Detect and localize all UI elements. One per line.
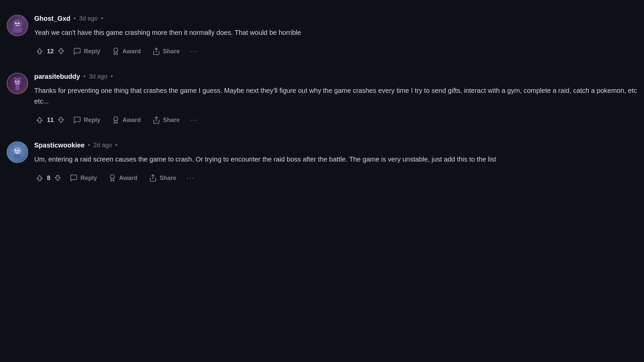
comment-actions: 12 Reply Award [34,45,637,58]
upvote-button[interactable] [34,46,45,57]
more-options-button[interactable]: ··· [186,114,201,126]
username: parasitebuddy [34,73,80,80]
svg-marker-10 [21,32,22,33]
share-button[interactable]: Share [148,113,184,127]
reply-button[interactable]: Reply [68,113,105,127]
upvote-icon [36,116,44,124]
reply-label: Reply [84,117,100,124]
comment-body: Spasticwookiee • 2d ago • Um, entering a… [34,141,637,185]
svg-point-18 [19,81,20,82]
svg-point-14 [14,78,21,86]
dot: • [115,142,117,149]
svg-point-17 [16,81,17,82]
share-icon [149,174,157,182]
svg-rect-19 [15,85,19,90]
comment-item: Ghost_Gxd • 3d ago • Yeah we can't have … [7,7,637,65]
award-button[interactable]: Award [107,113,146,127]
comment-body: parasitebuddy • 3d ago • Thanks for prev… [34,73,637,127]
upvote-icon [36,47,44,55]
share-button[interactable]: Share [148,45,184,58]
upvote-icon [36,174,44,182]
comment-header: Ghost_Gxd • 3d ago • [34,15,637,22]
username: Spasticwookiee [34,141,85,149]
upvote-button[interactable] [34,173,45,183]
award-icon [112,116,120,124]
award-icon [112,47,120,55]
separator: • [88,142,90,149]
downvote-icon [54,174,62,182]
comment-item: parasitebuddy • 3d ago • Thanks for prev… [7,65,637,133]
downvote-icon [57,47,65,55]
comment-text: Um, entering a raid screen causes the ga… [34,154,637,165]
vote-count: 12 [47,48,54,55]
more-options-button[interactable]: ··· [183,172,198,184]
share-label: Share [163,117,180,124]
svg-point-28 [13,154,21,159]
upvote-button[interactable] [34,115,45,125]
reply-icon [73,116,81,124]
svg-point-4 [16,22,17,23]
share-label: Share [160,175,176,182]
share-icon [152,47,160,55]
reply-button[interactable]: Reply [65,171,102,185]
comment-item: Spasticwookiee • 2d ago • Um, entering a… [7,133,637,191]
comment-actions: 8 Reply Award [34,171,637,185]
dot: • [101,15,103,22]
separator: • [84,73,86,80]
svg-point-26 [16,149,17,150]
svg-point-27 [18,149,20,150]
reply-button[interactable]: Reply [68,45,105,58]
reply-icon [70,174,78,182]
dot: • [111,73,113,80]
timestamp: 3d ago [89,73,107,80]
avatar [7,15,28,36]
reply-label: Reply [84,48,100,55]
avatar-image [9,75,25,92]
award-label: Award [122,117,141,124]
share-icon [152,116,160,124]
reply-icon [73,47,81,55]
comment-text: Yeah we can't have this game crashing mo… [34,27,637,38]
timestamp: 2d ago [93,142,112,149]
comment-body: Ghost_Gxd • 3d ago • Yeah we can't have … [34,15,637,58]
award-icon [108,174,116,182]
username: Ghost_Gxd [34,15,70,22]
downvote-icon [57,116,65,124]
comment-header: parasitebuddy • 3d ago • [34,73,637,80]
downvote-button[interactable] [52,173,63,183]
avatar [7,141,28,163]
avatar-image [9,144,25,160]
svg-point-5 [19,22,20,23]
downvote-button[interactable] [56,115,66,125]
award-label: Award [119,175,138,182]
award-button[interactable]: Award [107,45,146,58]
separator: • [74,15,76,22]
comment-text: Thanks for preventing one thing that cra… [34,85,637,107]
downvote-button[interactable] [56,46,66,57]
avatar-image [9,17,25,34]
share-label: Share [163,48,180,55]
timestamp: 3d ago [79,15,98,22]
avatar [7,73,28,94]
vote-count: 8 [47,175,50,182]
vote-count: 11 [47,117,54,124]
share-button[interactable]: Share [144,171,181,185]
reply-label: Reply [80,175,97,182]
svg-marker-7 [13,32,14,33]
svg-rect-6 [13,29,22,32]
comment-header: Spasticwookiee • 2d ago • [34,141,637,149]
more-options-button[interactable]: ··· [186,45,201,58]
comment-actions: 11 Reply Award [34,113,637,127]
award-button[interactable]: Award [104,171,142,185]
award-label: Award [122,48,141,55]
